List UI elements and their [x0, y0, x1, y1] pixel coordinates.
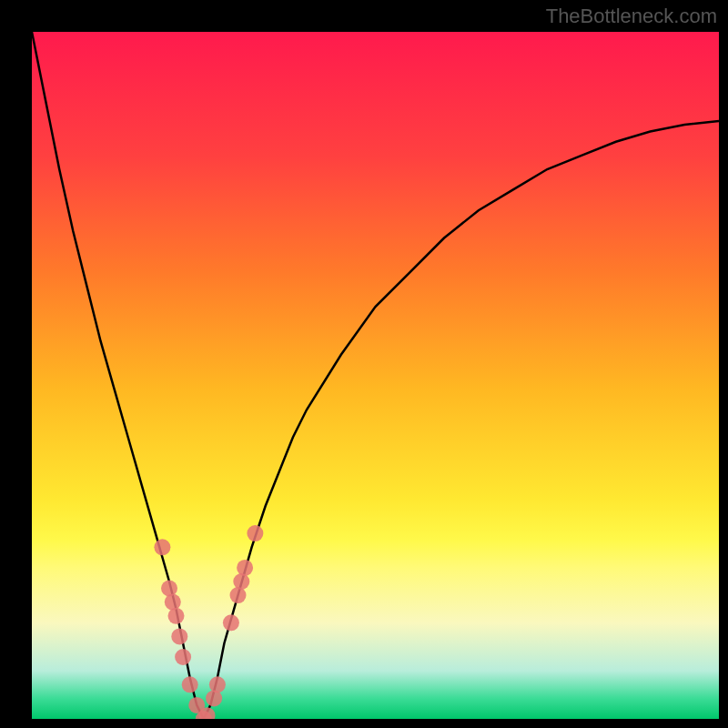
chart-plot-area: [32, 32, 719, 719]
data-marker: [247, 525, 263, 541]
data-marker: [168, 608, 185, 624]
data-marker: [237, 560, 253, 576]
data-marker: [171, 628, 187, 644]
data-marker: [175, 649, 191, 665]
data-marker: [161, 581, 177, 597]
data-marker: [165, 594, 181, 611]
data-markers: [154, 525, 263, 719]
curve-overlay: [32, 32, 719, 719]
watermark-text: TheBottleneck.com: [546, 5, 717, 28]
data-marker: [206, 690, 222, 706]
data-marker: [233, 573, 249, 590]
data-marker: [223, 614, 239, 631]
data-marker: [154, 539, 170, 555]
data-marker: [209, 676, 226, 693]
bottleneck-curve: [32, 32, 719, 719]
data-marker: [182, 676, 198, 693]
data-marker: [230, 587, 247, 603]
